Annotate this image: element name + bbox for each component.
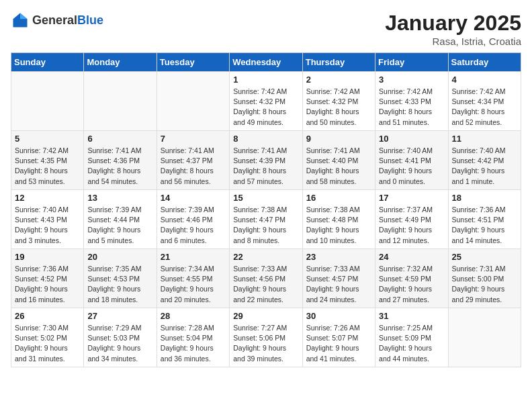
location-subtitle: Rasa, Istria, Croatia <box>385 36 521 47</box>
day-info: Sunrise: 7:36 AM Sunset: 4:51 PM Dayligh… <box>452 205 517 246</box>
day-info: Sunrise: 7:33 AM Sunset: 4:57 PM Dayligh… <box>306 264 371 305</box>
calendar-cell: 12Sunrise: 7:40 AM Sunset: 4:43 PM Dayli… <box>11 190 84 249</box>
calendar-table: SundayMondayTuesdayWednesdayThursdayFrid… <box>11 52 521 367</box>
day-number: 8 <box>233 134 298 144</box>
day-info: Sunrise: 7:25 AM Sunset: 5:09 PM Dayligh… <box>379 323 444 364</box>
day-number: 7 <box>161 134 226 144</box>
calendar-cell: 28Sunrise: 7:28 AM Sunset: 5:04 PM Dayli… <box>157 308 229 367</box>
day-info: Sunrise: 7:42 AM Sunset: 4:35 PM Dayligh… <box>15 146 80 187</box>
day-number: 20 <box>87 252 152 262</box>
day-number: 17 <box>379 193 444 203</box>
calendar-cell: 18Sunrise: 7:36 AM Sunset: 4:51 PM Dayli… <box>448 190 521 249</box>
calendar-cell: 22Sunrise: 7:33 AM Sunset: 4:56 PM Dayli… <box>230 249 302 308</box>
day-info: Sunrise: 7:40 AM Sunset: 4:41 PM Dayligh… <box>379 146 444 187</box>
weekday-header-saturday: Saturday <box>448 53 521 72</box>
calendar-cell: 8Sunrise: 7:41 AM Sunset: 4:39 PM Daylig… <box>230 131 302 190</box>
day-number: 31 <box>379 311 444 321</box>
day-info: Sunrise: 7:41 AM Sunset: 4:37 PM Dayligh… <box>161 146 226 187</box>
calendar-cell: 3Sunrise: 7:42 AM Sunset: 4:33 PM Daylig… <box>375 72 448 131</box>
day-number: 29 <box>233 311 298 321</box>
calendar-cell <box>157 72 229 131</box>
calendar-cell: 1Sunrise: 7:42 AM Sunset: 4:32 PM Daylig… <box>230 72 302 131</box>
calendar-cell: 17Sunrise: 7:37 AM Sunset: 4:49 PM Dayli… <box>375 190 448 249</box>
weekday-header-wednesday: Wednesday <box>230 53 302 72</box>
day-info: Sunrise: 7:39 AM Sunset: 4:44 PM Dayligh… <box>87 205 152 246</box>
day-number: 27 <box>87 311 152 321</box>
day-info: Sunrise: 7:42 AM Sunset: 4:32 PM Dayligh… <box>306 87 371 128</box>
calendar-cell: 20Sunrise: 7:35 AM Sunset: 4:53 PM Dayli… <box>84 249 157 308</box>
day-number: 4 <box>452 75 517 85</box>
logo-icon <box>11 11 30 30</box>
calendar-cell: 21Sunrise: 7:34 AM Sunset: 4:55 PM Dayli… <box>157 249 229 308</box>
calendar-cell: 23Sunrise: 7:33 AM Sunset: 4:57 PM Dayli… <box>302 249 375 308</box>
weekday-header-friday: Friday <box>375 53 448 72</box>
day-info: Sunrise: 7:38 AM Sunset: 4:47 PM Dayligh… <box>233 205 298 246</box>
day-number: 6 <box>87 134 152 144</box>
calendar-cell: 16Sunrise: 7:38 AM Sunset: 4:48 PM Dayli… <box>302 190 375 249</box>
calendar-week-row: 19Sunrise: 7:36 AM Sunset: 4:52 PM Dayli… <box>11 249 521 308</box>
day-number: 16 <box>306 193 371 203</box>
logo-text-blue: Blue <box>77 13 103 27</box>
day-number: 3 <box>379 75 444 85</box>
day-info: Sunrise: 7:29 AM Sunset: 5:03 PM Dayligh… <box>87 323 152 364</box>
day-number: 24 <box>379 252 444 262</box>
weekday-header-sunday: Sunday <box>11 53 84 72</box>
calendar-cell: 26Sunrise: 7:30 AM Sunset: 5:02 PM Dayli… <box>11 308 84 367</box>
day-info: Sunrise: 7:31 AM Sunset: 5:00 PM Dayligh… <box>452 264 517 305</box>
calendar-cell: 2Sunrise: 7:42 AM Sunset: 4:32 PM Daylig… <box>302 72 375 131</box>
calendar-cell: 7Sunrise: 7:41 AM Sunset: 4:37 PM Daylig… <box>157 131 229 190</box>
calendar-cell <box>11 72 84 131</box>
day-info: Sunrise: 7:40 AM Sunset: 4:43 PM Dayligh… <box>15 205 80 246</box>
calendar-week-row: 26Sunrise: 7:30 AM Sunset: 5:02 PM Dayli… <box>11 308 521 367</box>
day-number: 1 <box>233 75 298 85</box>
month-year-title: January 2025 <box>385 11 521 36</box>
day-number: 26 <box>15 311 80 321</box>
day-info: Sunrise: 7:28 AM Sunset: 5:04 PM Dayligh… <box>161 323 226 364</box>
calendar-cell: 5Sunrise: 7:42 AM Sunset: 4:35 PM Daylig… <box>11 131 84 190</box>
day-info: Sunrise: 7:41 AM Sunset: 4:36 PM Dayligh… <box>87 146 152 187</box>
calendar-cell: 29Sunrise: 7:27 AM Sunset: 5:06 PM Dayli… <box>230 308 302 367</box>
page-header: GeneralBlue January 2025 Rasa, Istria, C… <box>11 11 521 47</box>
day-number: 18 <box>452 193 517 203</box>
day-number: 30 <box>306 311 371 321</box>
calendar-cell: 25Sunrise: 7:31 AM Sunset: 5:00 PM Dayli… <box>448 249 521 308</box>
logo-text-general: General <box>32 13 77 27</box>
day-number: 2 <box>306 75 371 85</box>
day-number: 12 <box>15 193 80 203</box>
day-info: Sunrise: 7:42 AM Sunset: 4:34 PM Dayligh… <box>452 87 517 128</box>
weekday-header-thursday: Thursday <box>302 53 375 72</box>
calendar-cell: 6Sunrise: 7:41 AM Sunset: 4:36 PM Daylig… <box>84 131 157 190</box>
day-number: 25 <box>452 252 517 262</box>
calendar-cell: 9Sunrise: 7:41 AM Sunset: 4:40 PM Daylig… <box>302 131 375 190</box>
day-number: 21 <box>161 252 226 262</box>
day-info: Sunrise: 7:37 AM Sunset: 4:49 PM Dayligh… <box>379 205 444 246</box>
calendar-cell: 10Sunrise: 7:40 AM Sunset: 4:41 PM Dayli… <box>375 131 448 190</box>
day-info: Sunrise: 7:39 AM Sunset: 4:46 PM Dayligh… <box>161 205 226 246</box>
day-number: 11 <box>452 134 517 144</box>
calendar-week-row: 5Sunrise: 7:42 AM Sunset: 4:35 PM Daylig… <box>11 131 521 190</box>
day-info: Sunrise: 7:41 AM Sunset: 4:40 PM Dayligh… <box>306 146 371 187</box>
day-number: 28 <box>161 311 226 321</box>
calendar-cell: 24Sunrise: 7:32 AM Sunset: 4:59 PM Dayli… <box>375 249 448 308</box>
day-info: Sunrise: 7:26 AM Sunset: 5:07 PM Dayligh… <box>306 323 371 364</box>
calendar-week-row: 1Sunrise: 7:42 AM Sunset: 4:32 PM Daylig… <box>11 72 521 131</box>
day-info: Sunrise: 7:42 AM Sunset: 4:33 PM Dayligh… <box>379 87 444 128</box>
day-info: Sunrise: 7:34 AM Sunset: 4:55 PM Dayligh… <box>161 264 226 305</box>
logo: GeneralBlue <box>11 11 103 30</box>
calendar-cell <box>84 72 157 131</box>
weekday-header-monday: Monday <box>84 53 157 72</box>
day-info: Sunrise: 7:40 AM Sunset: 4:42 PM Dayligh… <box>452 146 517 187</box>
day-info: Sunrise: 7:35 AM Sunset: 4:53 PM Dayligh… <box>87 264 152 305</box>
calendar-cell: 14Sunrise: 7:39 AM Sunset: 4:46 PM Dayli… <box>157 190 229 249</box>
day-number: 13 <box>87 193 152 203</box>
day-number: 15 <box>233 193 298 203</box>
calendar-cell: 15Sunrise: 7:38 AM Sunset: 4:47 PM Dayli… <box>230 190 302 249</box>
calendar-cell: 31Sunrise: 7:25 AM Sunset: 5:09 PM Dayli… <box>375 308 448 367</box>
day-info: Sunrise: 7:36 AM Sunset: 4:52 PM Dayligh… <box>15 264 80 305</box>
calendar-cell: 27Sunrise: 7:29 AM Sunset: 5:03 PM Dayli… <box>84 308 157 367</box>
day-number: 5 <box>15 134 80 144</box>
day-info: Sunrise: 7:32 AM Sunset: 4:59 PM Dayligh… <box>379 264 444 305</box>
calendar-cell: 11Sunrise: 7:40 AM Sunset: 4:42 PM Dayli… <box>448 131 521 190</box>
day-number: 23 <box>306 252 371 262</box>
day-number: 10 <box>379 134 444 144</box>
